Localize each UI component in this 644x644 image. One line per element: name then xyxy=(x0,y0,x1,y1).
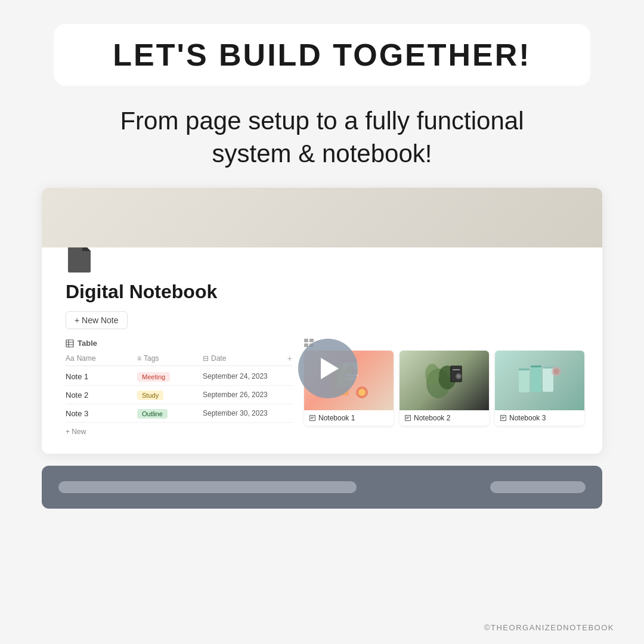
svg-point-14 xyxy=(358,389,366,396)
gallery-label-3: Notebook 3 xyxy=(495,410,584,426)
svg-rect-35 xyxy=(531,366,541,367)
col-add: + xyxy=(287,354,292,363)
subtitle: From page setup to a fully functional sy… xyxy=(120,105,524,170)
svg-rect-17 xyxy=(311,417,314,417)
table-row: Note 2 Study September 26, 2023 xyxy=(66,386,292,404)
row-date-1: September 24, 2023 xyxy=(203,372,292,380)
table-section: Table Aa Name ≡ Tags ⊟ Date xyxy=(66,339,292,436)
notebook-label-2: Notebook 2 xyxy=(414,414,450,422)
col-tags: ≡ Tags xyxy=(137,354,203,363)
svg-rect-29 xyxy=(406,417,410,417)
notebook-icon-1 xyxy=(309,414,316,422)
stationery-decoration-2 xyxy=(400,351,489,410)
svg-rect-0 xyxy=(66,340,73,347)
notebook-icon-3 xyxy=(500,414,507,422)
row-name-1: Note 1 xyxy=(66,372,137,381)
table-header-row: Table xyxy=(66,339,292,348)
table-row: Note 1 Meeting September 24, 2023 xyxy=(66,367,292,386)
new-note-button[interactable]: + New Note xyxy=(66,311,128,329)
tag-badge-outline: Outline xyxy=(137,409,168,419)
stationery-decoration-3 xyxy=(495,351,584,410)
play-button[interactable] xyxy=(298,339,358,398)
svg-rect-42 xyxy=(501,418,504,419)
page-title: Digital Notebook xyxy=(66,281,578,303)
svg-rect-34 xyxy=(519,369,530,370)
svg-rect-30 xyxy=(406,418,408,419)
header-title: LET'S BUILD TOGETHER! xyxy=(89,37,555,73)
row-tag-2: Study xyxy=(137,389,203,400)
ui-card: Digital Notebook + New Note Table xyxy=(42,188,602,454)
tag-badge-meeting: Meeting xyxy=(137,372,170,382)
bottom-bar-pill-long xyxy=(58,481,357,493)
svg-rect-24 xyxy=(453,369,460,370)
col-date: ⊟ Date xyxy=(203,354,287,363)
gallery-label-1: Notebook 1 xyxy=(304,410,394,426)
bottom-bar-pill-short xyxy=(490,481,586,493)
play-triangle-icon xyxy=(321,358,339,379)
svg-point-21 xyxy=(425,364,439,385)
svg-rect-36 xyxy=(543,367,553,369)
page-content: Digital Notebook + New Note Table xyxy=(42,275,602,454)
svg-rect-4 xyxy=(304,339,308,342)
svg-point-38 xyxy=(553,369,559,374)
table-columns: Aa Name ≡ Tags ⊟ Date + xyxy=(66,354,292,366)
row-tag-3: Outline xyxy=(137,408,203,419)
notebook-label-3: Notebook 3 xyxy=(509,414,546,422)
subtitle-line1: From page setup to a fully functional xyxy=(120,107,524,135)
cover-area xyxy=(42,188,602,247)
col-name: Aa Name xyxy=(66,354,137,363)
add-new-row[interactable]: + New xyxy=(66,428,292,436)
subtitle-line2: system & notebook! xyxy=(212,140,432,168)
row-name-2: Note 2 xyxy=(66,391,137,400)
tag-badge-study: Study xyxy=(137,391,163,400)
row-name-3: Note 3 xyxy=(66,409,137,418)
bottom-bar xyxy=(42,466,602,509)
row-tag-1: Meeting xyxy=(137,371,203,382)
table-label: Table xyxy=(78,339,97,348)
gallery-img-2 xyxy=(400,351,489,410)
svg-point-26 xyxy=(457,374,460,378)
page-wrapper: LET'S BUILD TOGETHER! From page setup to… xyxy=(0,0,644,644)
table-row: Note 3 Outline September 30, 2023 xyxy=(66,404,292,423)
gallery-img-3 xyxy=(495,351,584,410)
svg-rect-18 xyxy=(311,418,313,419)
svg-rect-41 xyxy=(501,417,505,417)
gallery-item-3[interactable]: Notebook 3 xyxy=(495,351,584,426)
notebook-icon-2 xyxy=(404,414,411,422)
two-col-layout: Table Aa Name ≡ Tags ⊟ Date xyxy=(66,339,578,436)
header-banner: LET'S BUILD TOGETHER! xyxy=(54,24,590,86)
table-icon xyxy=(66,339,74,348)
svg-rect-31 xyxy=(519,369,530,392)
row-date-3: September 30, 2023 xyxy=(203,409,292,417)
gallery-item-2[interactable]: Notebook 2 xyxy=(400,351,489,426)
notebook-label-1: Notebook 1 xyxy=(318,414,355,422)
row-date-2: September 26, 2023 xyxy=(203,391,292,399)
svg-rect-32 xyxy=(531,366,541,392)
gallery-label-2: Notebook 2 xyxy=(400,410,489,426)
add-new-label: + New xyxy=(66,428,86,436)
copyright-text: ©THEORGANIZEDNOTEBOOK xyxy=(484,623,614,632)
gallery-section: Notebook 1 xyxy=(304,339,584,426)
